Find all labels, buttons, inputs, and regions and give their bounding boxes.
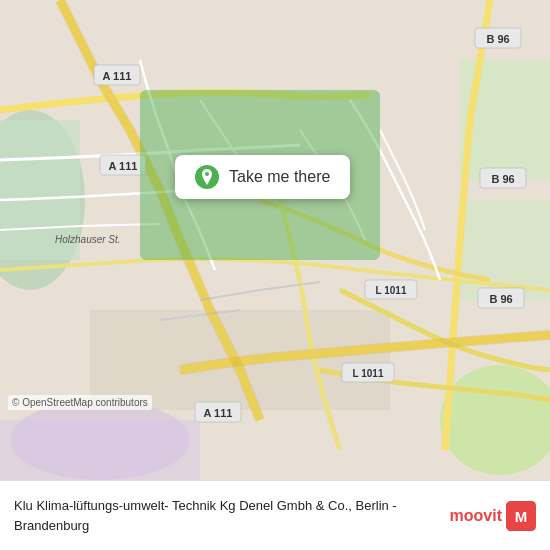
svg-text:B 96: B 96 [491,173,514,185]
map-view: A 111 A 111 A 111 B 96 B 96 B 96 L 1011 … [0,0,550,480]
take-me-there-button[interactable]: Take me there [175,155,350,199]
svg-text:M: M [515,508,528,525]
svg-text:L 1011: L 1011 [353,368,384,379]
map-attribution: © OpenStreetMap contributors [8,395,152,410]
moovit-logo: moovit M [450,501,536,531]
svg-point-28 [205,172,209,176]
svg-text:B 96: B 96 [489,293,512,305]
info-bar: Klu Klima-lüftungs-umwelt- Technik Kg De… [0,480,550,550]
map-pin-icon [195,165,219,189]
business-name: Klu Klima-lüftungs-umwelt- Technik Kg De… [14,498,397,532]
svg-rect-7 [0,420,200,480]
svg-text:L 1011: L 1011 [376,285,407,296]
svg-text:A 111: A 111 [204,407,233,419]
take-me-there-label: Take me there [229,168,330,186]
moovit-text: moovit [450,507,502,525]
moovit-icon: M [506,501,536,531]
svg-text:B 96: B 96 [486,33,509,45]
svg-text:Holzhauser St.: Holzhauser St. [55,234,121,245]
business-info: Klu Klima-lüftungs-umwelt- Technik Kg De… [14,496,450,534]
svg-text:A 111: A 111 [109,160,138,172]
svg-text:A 111: A 111 [103,70,132,82]
